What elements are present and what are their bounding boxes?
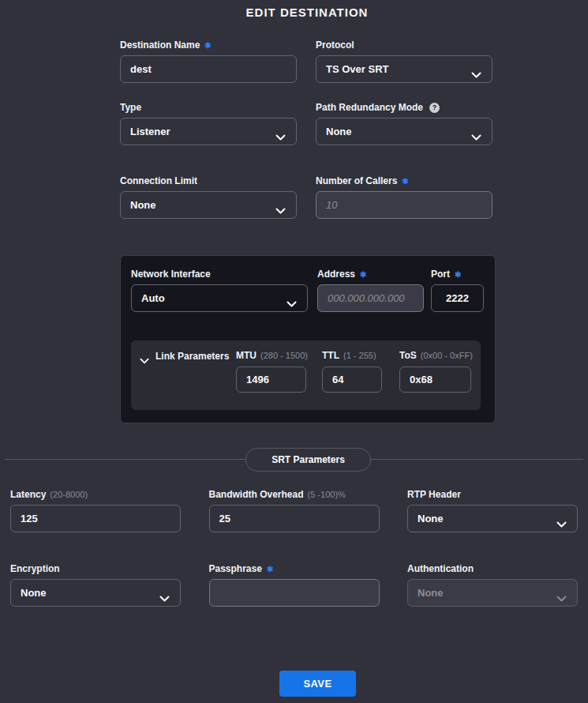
required-asterisk: ✱ [360, 270, 366, 279]
rtp-header-label-row: RTP Header [407, 489, 578, 500]
edit-destination-form: Destination Name ✱ Protocol TS Over SRT … [120, 39, 494, 423]
latency-label-row: Latency (20-8000) [10, 489, 181, 500]
link-parameters-toggle[interactable]: Link Parameters [140, 350, 236, 362]
bandwidth-overhead-field: Bandwidth Overhead (5 -100)% [209, 489, 380, 532]
port-input[interactable] [431, 284, 484, 312]
authentication-label-row: Authentication [407, 563, 578, 574]
passphrase-field: Passphrase ✱ [209, 563, 380, 607]
tos-label: ToS [399, 350, 417, 361]
port-label: Port [431, 269, 450, 280]
connection-limit-field: Connection Limit None [120, 175, 297, 219]
type-value: Listener [130, 126, 170, 137]
bandwidth-overhead-input[interactable] [209, 505, 380, 532]
bandwidth-overhead-label: Bandwidth Overhead [209, 489, 304, 500]
network-interface-field: Network Interface Auto [131, 269, 308, 312]
required-asterisk: ✱ [455, 270, 461, 279]
passphrase-label-row: Passphrase ✱ [209, 563, 380, 574]
type-label-row: Type [120, 102, 297, 113]
srt-parameters-pill: SRT Parameters [245, 448, 371, 472]
tos-field: ToS (0x00 - 0xFF) [399, 350, 471, 393]
rtp-header-field: RTP Header None [407, 489, 578, 532]
ttl-label: TTL [322, 350, 339, 361]
protocol-select[interactable]: TS Over SRT [316, 55, 492, 83]
required-asterisk: ✱ [267, 565, 273, 573]
path-redundancy-label: Path Redundancy Mode [316, 102, 423, 113]
network-interface-value: Auto [141, 292, 165, 304]
srt-parameters-divider: SRT Parameters [5, 448, 583, 472]
passphrase-label: Passphrase [209, 563, 262, 574]
srt-row-2: Encryption None Passphrase ✱ Authenticat… [10, 563, 578, 607]
authentication-select: None [407, 579, 578, 607]
mtu-range-hint: (280 - 1500) [260, 351, 308, 360]
network-interface-label-row: Network Interface [131, 269, 308, 280]
address-label: Address [317, 269, 355, 280]
srt-parameters-label: SRT Parameters [272, 454, 345, 465]
help-icon[interactable]: ? [429, 103, 440, 113]
latency-input[interactable] [10, 505, 181, 532]
srt-parameters-section: Latency (20-8000) Bandwidth Overhead (5 … [0, 489, 588, 697]
path-redundancy-field: Path Redundancy Mode ? None [316, 102, 492, 145]
encryption-value: None [21, 587, 47, 599]
chevron-down-icon [471, 67, 481, 73]
chevron-down-icon [159, 591, 170, 597]
encryption-label-row: Encryption [10, 563, 181, 574]
chevron-down-icon [275, 203, 286, 209]
address-input[interactable] [317, 284, 424, 312]
connection-limit-value: None [130, 199, 156, 211]
mtu-input[interactable] [236, 367, 306, 393]
rtp-header-select[interactable]: None [407, 505, 578, 532]
required-asterisk: ✱ [402, 177, 408, 186]
srt-row-1: Latency (20-8000) Bandwidth Overhead (5 … [10, 489, 578, 532]
type-label: Type [120, 102, 141, 113]
form-row-2: Type Listener Path Redundancy Mode ? Non… [120, 102, 494, 145]
encryption-field: Encryption None [10, 563, 181, 607]
destination-name-input[interactable] [120, 55, 297, 83]
ttl-label-row: TTL (1 - 255) [322, 350, 382, 361]
ttl-range-hint: (1 - 255) [343, 351, 376, 360]
address-label-row: Address ✱ [317, 269, 424, 280]
tos-label-row: ToS (0x00 - 0xFF) [399, 350, 471, 361]
path-redundancy-select[interactable]: None [316, 118, 492, 145]
encryption-select[interactable]: None [10, 579, 181, 607]
number-of-callers-input[interactable] [316, 191, 492, 219]
encryption-label: Encryption [10, 563, 60, 574]
latency-label: Latency [10, 489, 46, 500]
chevron-down-icon [556, 591, 567, 597]
ttl-input[interactable] [322, 367, 382, 393]
destination-name-field: Destination Name ✱ [120, 39, 297, 83]
authentication-value: None [418, 587, 444, 599]
ttl-field: TTL (1 - 255) [322, 350, 382, 393]
dialog-header: EDIT DESTINATION [120, 0, 494, 19]
port-label-row: Port ✱ [431, 269, 484, 280]
type-field: Type Listener [120, 102, 297, 145]
passphrase-input[interactable] [209, 579, 380, 607]
network-interface-label: Network Interface [131, 269, 211, 280]
bandwidth-overhead-label-row: Bandwidth Overhead (5 -100)% [209, 489, 380, 500]
chevron-down-icon [287, 296, 297, 303]
form-row-3: Connection Limit None Number of Callers … [120, 175, 494, 219]
save-button[interactable]: SAVE [279, 671, 356, 697]
authentication-label: Authentication [407, 563, 474, 574]
protocol-field: Protocol TS Over SRT [316, 39, 492, 83]
rtp-header-value: None [418, 513, 444, 524]
tos-input[interactable] [399, 367, 471, 393]
destination-name-label-row: Destination Name ✱ [120, 39, 297, 51]
protocol-value: TS Over SRT [326, 63, 388, 75]
connection-limit-select[interactable]: None [120, 191, 297, 219]
connection-limit-label-row: Connection Limit [120, 175, 297, 186]
type-select[interactable]: Listener [120, 118, 297, 145]
path-redundancy-value: None [326, 126, 352, 137]
network-settings-card: Network Interface Auto Address ✱ Port ✱ [120, 255, 496, 423]
mtu-field: MTU (280 - 1500) [236, 350, 306, 393]
protocol-label: Protocol [316, 39, 354, 51]
chevron-down-icon [275, 130, 286, 136]
tos-range-hint: (0x00 - 0xFF) [421, 351, 473, 360]
mtu-label: MTU [236, 350, 257, 361]
page-title: EDIT DESTINATION [120, 6, 494, 19]
port-field: Port ✱ [431, 269, 484, 312]
network-settings-row: Network Interface Auto Address ✱ Port ✱ [131, 269, 485, 312]
network-interface-select[interactable]: Auto [131, 284, 308, 312]
chevron-down-icon [556, 517, 567, 523]
required-asterisk: ✱ [204, 41, 211, 50]
number-of-callers-label-row: Number of Callers ✱ [316, 175, 492, 186]
